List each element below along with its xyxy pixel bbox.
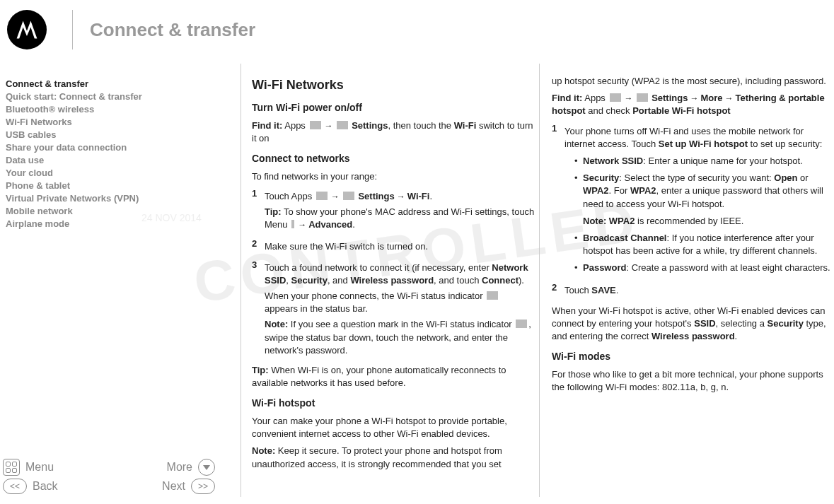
toc-link[interactable]: Wi-Fi Networks (6, 116, 207, 129)
toc-link[interactable]: Phone & tablet (6, 180, 207, 192)
column-divider (539, 64, 540, 497)
settings-icon (337, 121, 348, 129)
toc-link[interactable]: Virtual Private Networks (VPN) (6, 192, 207, 205)
back-label: Back (33, 480, 58, 493)
heading-power: Turn Wi-Fi power on/off (252, 101, 535, 115)
toc-link[interactable]: USB cables (6, 129, 207, 141)
menu-dots-icon (291, 220, 294, 228)
toc-link[interactable]: Data use (6, 154, 207, 167)
heading-connect: Connect to networks (252, 152, 535, 166)
findit-hotspot: Find it: Apps → Settings→More→Tethering … (552, 92, 834, 117)
header-divider (72, 10, 73, 49)
content-column-2: up hotspot security (WPA2 is the most se… (552, 71, 834, 497)
back-chevron-icon: << (3, 479, 27, 494)
wifi-question-icon (516, 320, 527, 328)
toc-link[interactable]: Airplane mode (6, 218, 207, 230)
next-chevron-icon: >> (191, 479, 215, 494)
toc-link[interactable]: Bluetooth® wireless (6, 103, 207, 116)
menu-button[interactable]: Menu (3, 459, 54, 476)
toc-link[interactable]: Connect & transfer (6, 78, 207, 90)
tip-reconnect: Tip: When Wi-Fi is on, your phone automa… (252, 364, 535, 389)
more-button[interactable]: More (167, 459, 215, 476)
menu-grid-icon (3, 459, 20, 476)
motorola-logo-icon (7, 10, 47, 49)
wifi-status-icon (487, 291, 498, 300)
toc-link[interactable]: Your cloud (6, 167, 207, 180)
step-1: Touch Apps → Settings→Wi-Fi. (265, 190, 535, 203)
bullet-security: Security: Select the type of security yo… (574, 172, 834, 228)
connect-intro: To find networks in your range: (252, 170, 535, 183)
hotspot-intro: Your can make your phone a Wi-Fi hotspot… (252, 415, 535, 440)
hs-step-2: Touch SAVE. (564, 284, 834, 297)
more-label: More (167, 461, 192, 474)
page-title: Connect & transfer (90, 19, 255, 41)
step-3-when: When your phone connects, the Wi-Fi stat… (265, 290, 535, 315)
settings-icon (343, 192, 354, 200)
next-button[interactable]: Next >> (162, 479, 215, 494)
step-1-tip: Tip: To show your phone's MAC address an… (265, 206, 535, 231)
header: Connect & transfer (0, 7, 834, 52)
heading-hotspot: Wi-Fi hotspot (252, 397, 535, 411)
content-column-1: Wi-Fi Networks Turn Wi-Fi power on/off F… (252, 71, 535, 497)
hotspot-active: When your Wi-Fi hotspot is active, other… (552, 305, 834, 344)
apps-icon (610, 93, 621, 102)
apps-icon (310, 121, 321, 129)
toc-link[interactable]: Share your data connection (6, 141, 207, 154)
bullet-password: Password: Create a password with at leas… (574, 262, 834, 274)
toc-link[interactable]: Quick start: Connect & transfer (6, 90, 207, 103)
hs-step-1: Your phone turns off Wi-Fi and uses the … (564, 125, 834, 151)
step-2: Make sure the Wi-Fi switch is turned on. (265, 240, 535, 253)
step-3: Touch a found network to connect it (if … (265, 262, 535, 287)
apps-icon (316, 192, 328, 200)
toc-link[interactable]: Mobile network (6, 205, 207, 218)
heading-wifi-networks: Wi-Fi Networks (252, 76, 535, 94)
heading-modes: Wi-Fi modes (552, 350, 834, 364)
settings-icon (637, 93, 648, 102)
step-3-note: Note: If you see a question mark in the … (265, 318, 535, 357)
sidebar-toc: Connect & transfer Quick start: Connect … (0, 78, 212, 230)
bullet-broadcast: Broadcast Channel: If you notice interfe… (574, 232, 834, 257)
hotspot-note: Note: Keep it secure. To protect your ph… (252, 445, 535, 470)
back-button[interactable]: << Back (3, 479, 58, 494)
column-divider (241, 64, 241, 497)
modes-body: For those who like to get a bit more tec… (552, 368, 834, 394)
nav-footer: Menu More << Back Next >> (3, 456, 215, 497)
findit-power: Find it: Apps → Settings, then touch the… (252, 119, 535, 145)
menu-label: Menu (25, 461, 54, 474)
bullet-ssid: Network SSID: Enter a unique name for yo… (574, 155, 834, 168)
more-chevron-icon (198, 459, 215, 476)
hotspot-note-cont: up hotspot security (WPA2 is the most se… (552, 75, 834, 88)
next-label: Next (162, 480, 185, 493)
